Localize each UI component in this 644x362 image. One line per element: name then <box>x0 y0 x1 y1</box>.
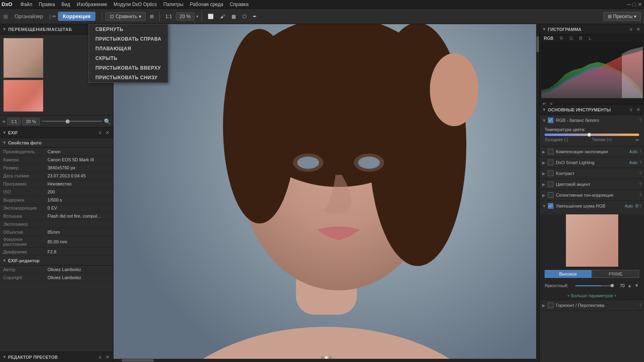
menu-edit[interactable]: Правка <box>35 0 58 9</box>
tool-ca-row[interactable]: ▶ Цветовой акцент ? <box>540 179 644 189</box>
main-thumbnail[interactable] <box>3 38 43 78</box>
menu-workspace[interactable]: Рабочая среда <box>187 0 227 9</box>
brush-tool[interactable]: 🖌 <box>218 13 227 20</box>
zoom-plus-btn[interactable]: + <box>2 118 6 125</box>
tool-exposure-help[interactable]: ? <box>639 149 642 154</box>
hist-tab-r[interactable]: R <box>558 35 565 41</box>
hist-menu-btn[interactable]: ≡ <box>628 27 634 32</box>
tool-contrast-checkbox[interactable] <box>548 171 553 176</box>
compare-button[interactable]: ⊡ Сравнить ▾ <box>105 12 145 21</box>
lasso-tool[interactable]: ⬡ <box>240 13 249 20</box>
exif-label-camera: Камера <box>3 157 47 162</box>
ctx-dock-top[interactable]: Пристыковать вверху <box>89 63 168 73</box>
exif-copyright-value: Oliviez Lambolez <box>47 275 110 280</box>
tool-noise-checkbox[interactable]: ✓ <box>548 203 553 209</box>
tools-close-btn[interactable]: ✕ <box>635 107 642 113</box>
tool-noise-help[interactable]: ? <box>639 204 642 208</box>
presets-menu-btn[interactable]: ≡ <box>97 354 103 360</box>
tool-sl-expand: ▶ <box>542 160 546 165</box>
tab-organizer[interactable]: Органайзер <box>10 12 48 21</box>
noise-settings-icon[interactable]: ⚙ <box>635 203 639 209</box>
tool-st-row[interactable]: ▶ Селективная тон-коррекция ? <box>540 190 644 200</box>
exif-value-shutter: 1/500 s <box>47 197 110 202</box>
tool-wb-help[interactable]: ? <box>639 118 642 123</box>
zoom-slider[interactable] <box>41 121 102 122</box>
horizontal-scrollbar[interactable] <box>114 359 536 362</box>
quality-prime-btn[interactable]: PRIME <box>592 270 640 278</box>
svg-marker-17 <box>622 47 643 98</box>
ctx-hide[interactable]: Скрыть <box>89 53 168 63</box>
quality-high-btn[interactable]: Высокое <box>545 270 592 278</box>
hist-tab-g[interactable]: G <box>568 35 575 41</box>
exif-editor-header[interactable]: ▼ EXIF-редактор <box>0 256 113 265</box>
ctx-dock-right[interactable]: Пристыковать справа <box>89 34 168 44</box>
hist-tab-l[interactable]: L <box>587 35 593 41</box>
hist-tab-rgb[interactable]: RGB <box>542 35 555 41</box>
exif-row-program: Программа Неизвестно <box>0 180 113 188</box>
photo-props-header[interactable]: ▼ Свойства фото <box>0 138 113 148</box>
tool-horizon-checkbox[interactable] <box>548 302 553 308</box>
hist-tab-b[interactable]: B <box>578 35 584 41</box>
second-thumbnail[interactable] <box>3 80 43 112</box>
tool-wb-row[interactable]: ▼ ✓ RGB - баланс белого ? <box>540 115 644 125</box>
tool-exposure-row[interactable]: ▶ Компенсация экспозиции Auto ? <box>540 146 644 157</box>
menu-palettes[interactable]: Палитры <box>160 0 187 9</box>
hist-arrow: ▼ <box>542 27 546 31</box>
menu-image[interactable]: Изображение <box>74 0 111 9</box>
tool-ca-checkbox[interactable] <box>548 181 553 187</box>
menu-file[interactable]: Файл <box>17 0 36 9</box>
tool-noise-row[interactable]: ▼ ✓ Уменьшение шума RGB Auto ⚙ ? <box>540 201 644 211</box>
tool-wb-checkbox[interactable]: ✓ <box>548 117 553 123</box>
vertical-scrollbar[interactable] <box>536 24 539 362</box>
exif-editor-arrow: ▼ <box>2 258 6 263</box>
noise-brightness-up[interactable]: ▲ <box>627 283 632 288</box>
tool-exposure-checkbox[interactable] <box>548 149 553 154</box>
tool-ca-help[interactable]: ? <box>639 182 642 187</box>
tool-st-help[interactable]: ? <box>639 193 642 197</box>
ctx-dock-bottom[interactable]: Пристыковать снизу <box>89 73 168 82</box>
presets-button[interactable]: ⊞ Пресеты ▾ <box>603 12 641 21</box>
presets-title: РЕДАКТОР ПРЕСЕТОВ <box>8 355 58 360</box>
eyedropper-tool[interactable]: ✒ <box>250 13 259 20</box>
temp-eyedropper-btn[interactable]: ✒ <box>636 138 639 143</box>
color-temp-thumb[interactable] <box>587 133 591 137</box>
noise-color-preview <box>566 214 618 267</box>
presets-close-btn[interactable]: ✕ <box>104 354 111 360</box>
grid-icon-btn[interactable]: ⊞ <box>147 13 156 20</box>
menu-view[interactable]: Вид <box>58 0 74 9</box>
tools-menu-btn[interactable]: ≡ <box>628 107 634 113</box>
tool-sl-row[interactable]: ▶ DxO Smart Lighting Auto ? <box>540 157 644 168</box>
zoom-slider-thumb[interactable] <box>66 119 70 123</box>
tool-contrast-row[interactable]: ▶ Контраст ? <box>540 168 644 179</box>
exif-close-btn[interactable]: ✕ <box>104 130 111 136</box>
tool-exposure-expand: ▶ <box>542 150 546 154</box>
noise-quality-row: Высокое PRIME <box>540 270 644 280</box>
tool-horizon-row[interactable]: ▶ Горизонт / Перспектива ? <box>540 300 644 311</box>
tool-st-name: Селективная тон-коррекция <box>556 193 639 197</box>
tool-contrast-help[interactable]: ? <box>639 171 642 176</box>
image-container[interactable] <box>114 24 539 362</box>
hist-close-btn[interactable]: ✕ <box>635 27 642 32</box>
tool-sl-checkbox[interactable] <box>548 160 553 165</box>
menu-modules[interactable]: Модули DxO Optics <box>110 0 160 9</box>
h-scroll-thumb[interactable] <box>122 359 154 362</box>
noise-brightness-thumb[interactable] <box>611 284 614 287</box>
crop-tool[interactable]: ⬜ <box>205 13 216 20</box>
zoom-1-1-btn[interactable]: 1:1 <box>163 13 175 20</box>
tool-st-checkbox[interactable] <box>548 192 553 198</box>
gradient-tool[interactable]: ▦ <box>229 13 238 20</box>
zoom-1-1-label[interactable]: 1:1 <box>7 118 21 125</box>
ctx-collapse[interactable]: Свернуть <box>89 25 168 34</box>
tab-correction[interactable]: Коррекция <box>58 12 95 21</box>
tool-horizon-help[interactable]: ? <box>639 303 642 308</box>
noise-more-params-btn[interactable]: + Больше параметров + <box>540 292 644 300</box>
exif-menu-btn[interactable]: ≡ <box>97 130 103 136</box>
noise-brightness-down[interactable]: ▼ <box>634 283 639 288</box>
tool-sl-help[interactable]: ? <box>639 160 642 165</box>
zoom-search-btn[interactable]: 🔍 <box>104 118 111 125</box>
tool-ca-name: Цветовой акцент <box>556 182 639 187</box>
ctx-float[interactable]: Плавающая <box>89 44 168 53</box>
menu-help[interactable]: Справка <box>227 0 252 9</box>
v-scroll-thumb[interactable] <box>537 36 539 52</box>
noise-brightness-slider[interactable] <box>575 285 612 286</box>
